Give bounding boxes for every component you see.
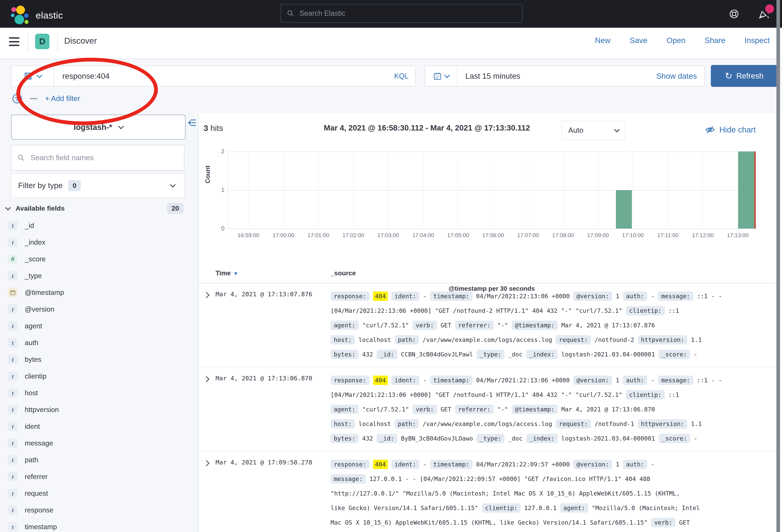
field-value: logstash-2021.03.04-000001 <box>561 351 655 358</box>
x-tick-label: 17:05:00 <box>441 232 475 238</box>
field-item-bytes[interactable]: tbytes <box>8 351 191 368</box>
histogram-chart[interactable]: Count 16:59:0017:00:0017:01:0017:02:0017… <box>199 147 782 275</box>
filter-icon[interactable] <box>12 93 22 104</box>
scrollbar[interactable] <box>776 0 780 532</box>
field-item-@version[interactable]: t@version <box>8 301 191 317</box>
field-name-chip: @timestamp: <box>511 320 558 330</box>
main-content: 3 hits Mar 4, 2021 @ 16:58:30.112 - Mar … <box>199 114 782 532</box>
field-item-@timestamp[interactable]: @timestamp <box>8 284 191 301</box>
help-icon[interactable] <box>729 8 739 20</box>
field-item-request[interactable]: trequest <box>8 485 191 502</box>
query-bar: response:404 KQL <box>11 66 416 86</box>
field-name: agent <box>25 322 42 330</box>
field-item-_id[interactable]: t_id <box>8 217 191 234</box>
field-name: host <box>25 389 38 397</box>
index-pattern-selector[interactable]: logstash-* <box>11 115 186 140</box>
field-type-string-icon: t <box>8 304 17 314</box>
date-picker-bar: Last 15 minutes Show dates <box>425 66 705 86</box>
elastic-logo[interactable]: elastic <box>11 6 63 25</box>
time-range-value[interactable]: Last 15 minutes <box>457 72 656 80</box>
field-value: - <box>651 461 654 468</box>
field-item-host[interactable]: thost <box>8 385 191 401</box>
global-search-input[interactable]: Search Elastic <box>280 4 522 23</box>
column-header-source[interactable]: _source <box>330 269 356 277</box>
field-name-chip: clientip: <box>626 390 665 400</box>
x-tick-label: 17:08:00 <box>546 232 580 238</box>
interval-value: Auto <box>568 126 583 135</box>
field-item-path[interactable]: tpath <box>8 452 191 468</box>
date-quick-menu[interactable] <box>425 66 457 86</box>
field-item-timestamp[interactable]: ttimestamp <box>8 519 191 532</box>
newsfeed-icon[interactable] <box>757 8 770 20</box>
refresh-icon: ↻ <box>725 72 732 80</box>
field-item-message[interactable]: tmessage <box>8 435 191 452</box>
notification-dot <box>765 4 774 13</box>
field-value: 04/Mar/2021:22:09:57 +0000 <box>476 461 570 468</box>
histogram-bar-17:13:00[interactable] <box>738 151 754 229</box>
menu-icon[interactable] <box>9 37 19 46</box>
field-value: "http://127.0.0.1/" "Mozilla/5.0 (Macint… <box>330 490 680 497</box>
expand-row-icon[interactable] <box>203 292 209 298</box>
page-title: Discover <box>64 36 97 46</box>
field-item-_index[interactable]: t_index <box>8 234 191 251</box>
available-fields-header[interactable]: Available fields 20 <box>6 203 191 214</box>
x-gridline <box>283 151 284 229</box>
x-gridline <box>248 151 249 229</box>
x-gridline <box>738 151 738 229</box>
field-item-auth[interactable]: tauth <box>8 334 191 351</box>
histogram-bar-17:09:30[interactable] <box>616 190 632 229</box>
field-search-input[interactable]: Search field names <box>11 145 184 170</box>
field-item-agent[interactable]: tagent <box>8 317 191 334</box>
field-item-_type[interactable]: t_type <box>8 267 191 284</box>
query-language-button[interactable]: KQL <box>394 72 415 80</box>
field-item-clientip[interactable]: tclientip <box>8 368 191 385</box>
field-type-date-icon <box>8 288 17 297</box>
y-tick-label: 2 <box>216 148 224 155</box>
field-name-chip: _score: <box>659 350 690 359</box>
field-type-string-icon: t <box>8 455 17 465</box>
field-name-chip: response: <box>330 460 369 469</box>
x-tick-label: 17:12:00 <box>686 232 720 238</box>
refresh-label: Refresh <box>736 72 763 80</box>
query-input[interactable]: response:404 <box>54 72 394 80</box>
expand-row-icon[interactable] <box>203 460 209 466</box>
field-value: ::1 - - <box>697 377 722 384</box>
calendar-icon <box>433 72 442 80</box>
row-time: Mar 4, 2021 @ 17:13:06.870 <box>216 375 312 382</box>
discover-app-badge[interactable]: D <box>35 34 49 49</box>
show-dates-button[interactable]: Show dates <box>656 72 704 80</box>
share-button[interactable]: Share <box>705 36 725 45</box>
sort-desc-icon[interactable]: ▼ <box>233 271 238 276</box>
inspect-button[interactable]: Inspect <box>745 36 770 45</box>
hide-chart-button[interactable]: Hide chart <box>705 125 756 135</box>
field-item-httpversion[interactable]: thttpversion <box>8 401 191 418</box>
saved-query-menu[interactable] <box>11 66 54 86</box>
filter-by-type-dropdown[interactable]: Filter by type 0 <box>11 173 184 198</box>
field-item-_score[interactable]: #_score <box>8 251 191 267</box>
field-name-chip: message: <box>658 376 693 385</box>
x-gridline <box>318 151 319 229</box>
x-tick-label: 17:02:00 <box>336 232 370 238</box>
interval-select[interactable]: Auto <box>562 121 626 140</box>
field-value: CCBN_3cB04dGovJLPawl <box>401 351 473 358</box>
field-name-chip: _score: <box>659 434 690 443</box>
field-name-chip: auth: <box>623 376 647 385</box>
column-header-time[interactable]: Time▼ <box>216 269 238 277</box>
refresh-button[interactable]: ↻ Refresh <box>711 65 778 87</box>
field-item-referrer[interactable]: treferrer <box>8 468 191 485</box>
new-button[interactable]: New <box>595 36 610 45</box>
open-button[interactable]: Open <box>667 36 685 45</box>
field-item-ident[interactable]: tident <box>8 418 191 435</box>
save-button[interactable]: Save <box>630 36 647 45</box>
field-item-response[interactable]: tresponse <box>8 502 191 519</box>
chevron-down-icon <box>170 182 176 188</box>
collapse-sidebar-icon[interactable] <box>187 118 197 127</box>
available-fields-label: Available fields <box>15 204 65 212</box>
x-tick-label: 17:01:00 <box>301 232 335 238</box>
add-filter-row: + Add filter <box>12 93 80 104</box>
field-value: /notfound-2 <box>595 336 634 343</box>
field-name: clientip <box>25 372 46 380</box>
x-tick-label: 17:11:00 <box>651 232 685 238</box>
add-filter-button[interactable]: + Add filter <box>45 94 80 103</box>
expand-row-icon[interactable] <box>203 376 209 382</box>
